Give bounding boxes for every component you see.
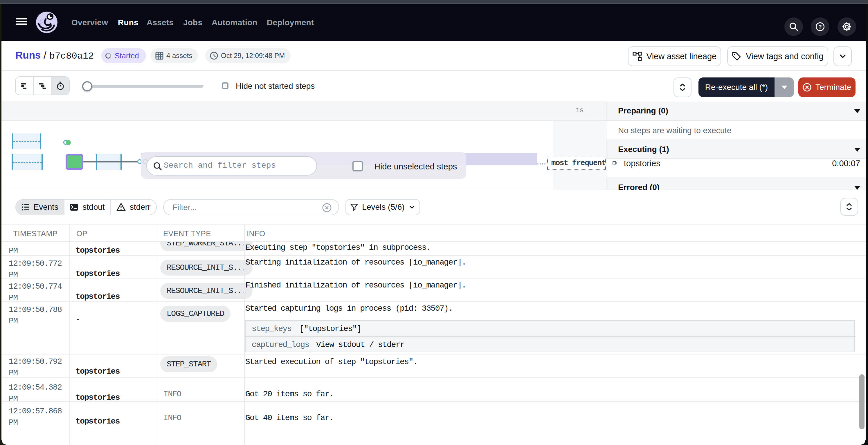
svg-text:?: ? (818, 24, 822, 30)
